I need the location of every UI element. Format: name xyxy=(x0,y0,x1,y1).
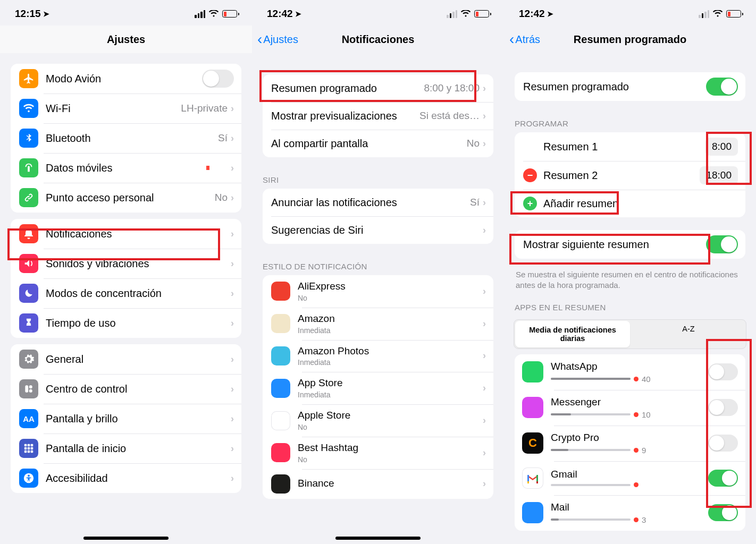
show-next-row[interactable]: Mostrar siguiente resumen xyxy=(515,230,745,259)
add-summary-row[interactable]: +Añadir resumen xyxy=(515,190,745,217)
app-name: AliExpress xyxy=(298,280,483,293)
battery-icon xyxy=(726,10,743,18)
app-notification-row[interactable]: App Store Inmediata › xyxy=(263,372,493,404)
seg-avg[interactable]: Media de notificaciones diarias xyxy=(515,321,630,347)
row-label: Centro de control xyxy=(46,382,231,395)
app-notification-row[interactable]: Amazon Inmediata › xyxy=(263,308,493,340)
summary-app-row[interactable]: WhatsApp 40 xyxy=(515,354,745,390)
chevron-right-icon: › xyxy=(231,354,234,365)
status-bar: 12:15 ➤ xyxy=(0,0,252,26)
row-label: Al compartir pantalla xyxy=(271,137,467,150)
row-value: Sí xyxy=(470,197,480,208)
main-toggle-row[interactable]: Resumen programado xyxy=(515,72,745,101)
row-label: Accesibilidad xyxy=(46,472,231,484)
app-notification-row[interactable]: Apple Store No › xyxy=(263,404,493,437)
plus-icon: + xyxy=(523,197,537,210)
summary-toggle[interactable] xyxy=(706,78,738,96)
app-toggle[interactable] xyxy=(708,399,738,416)
app-count: 40 xyxy=(642,375,651,384)
row-label: Modos de concentración xyxy=(46,287,231,300)
settings-row[interactable]: Punto acceso personalNo› xyxy=(11,183,241,212)
settings-row[interactable]: Modos de concentración› xyxy=(11,278,241,308)
row-label: Resumen programado xyxy=(271,82,424,95)
svg-rect-7 xyxy=(28,447,30,450)
chevron-right-icon: › xyxy=(231,103,234,114)
wifi-icon xyxy=(460,10,471,18)
chevron-right-icon: › xyxy=(483,83,486,94)
row-label: Wi-Fi xyxy=(46,102,181,115)
app-toggle[interactable] xyxy=(708,470,738,487)
summary-app-row[interactable]: Mail 3 xyxy=(515,495,745,531)
settings-row[interactable]: Pantalla de inicio› xyxy=(11,434,241,463)
link-icon xyxy=(19,188,38,207)
nav-bar: Ajustes xyxy=(0,26,252,53)
settings-row[interactable]: Modo Avión xyxy=(11,64,241,94)
schedule-row[interactable]: Resumen 1 8:00 xyxy=(515,132,745,161)
row-value: No xyxy=(467,138,480,149)
sound-icon xyxy=(19,254,38,273)
settings-row[interactable]: Sugerencias de Siri› xyxy=(263,216,493,244)
app-notification-row[interactable]: Amazon Photos Inmediata › xyxy=(263,340,493,372)
chevron-right-icon: › xyxy=(483,382,486,394)
settings-row[interactable]: Al compartir pantallaNo› xyxy=(263,130,493,157)
svg-rect-8 xyxy=(31,447,33,450)
settings-row[interactable]: Centro de control› xyxy=(11,374,241,404)
nav-bar: ‹Atrás Resumen programado xyxy=(504,26,756,53)
chevron-right-icon: › xyxy=(231,258,234,269)
app-toggle[interactable] xyxy=(708,435,738,452)
summary-app-row[interactable]: Gmail xyxy=(515,461,745,495)
chevron-right-icon: › xyxy=(231,384,234,395)
app-notification-row[interactable]: Binance › xyxy=(263,469,493,499)
chevron-right-icon: › xyxy=(483,225,486,236)
settings-row[interactable]: Datos móviles› xyxy=(11,153,241,183)
settings-row[interactable]: Accesibilidad› xyxy=(11,463,241,493)
summary-app-row[interactable]: Messenger 10 xyxy=(515,390,745,426)
app-icon: C xyxy=(522,432,543,454)
back-button[interactable]: ‹Atrás xyxy=(509,32,540,47)
settings-row[interactable]: Tiempo de uso› xyxy=(11,308,241,338)
app-bar: 40 xyxy=(551,375,708,384)
delete-icon[interactable]: − xyxy=(523,168,537,182)
app-toggle[interactable] xyxy=(708,504,738,521)
chevron-right-icon: › xyxy=(231,192,234,203)
chevron-left-icon: ‹ xyxy=(509,32,514,47)
settings-row[interactable]: General› xyxy=(11,344,241,374)
settings-row[interactable]: AAPantalla y brillo› xyxy=(11,404,241,434)
settings-row[interactable]: Sonidos y vibraciones› xyxy=(11,249,241,278)
location-icon: ➤ xyxy=(295,10,301,18)
row-value: 8:00 y 18:00 xyxy=(424,82,480,94)
app-name: Best Hashtag xyxy=(298,442,483,454)
show-next-toggle[interactable] xyxy=(706,235,738,253)
app-name: Binance xyxy=(298,478,483,490)
segment-control[interactable]: Media de notificaciones diarias A-Z xyxy=(514,319,746,349)
chevron-right-icon: › xyxy=(231,288,234,299)
row-label: Pantalla y brillo xyxy=(46,412,231,425)
app-icon xyxy=(271,314,290,333)
chevron-right-icon: › xyxy=(483,447,486,458)
time-chip[interactable]: 8:00 xyxy=(705,138,738,156)
app-name: Crypto Pro xyxy=(551,432,708,444)
settings-row[interactable]: Resumen programado8:00 y 18:00› xyxy=(263,74,493,102)
time-chip[interactable]: 18:00 xyxy=(700,166,738,184)
schedule-row[interactable]: −Resumen 2 18:00 xyxy=(515,161,745,190)
app-sub: Inmediata xyxy=(298,390,483,399)
app-toggle[interactable] xyxy=(708,363,738,380)
seg-az[interactable]: A-Z xyxy=(631,320,746,348)
summary-app-row[interactable]: C Crypto Pro 9 xyxy=(515,426,745,461)
page-title: Ajustes xyxy=(107,33,145,46)
settings-row[interactable]: Mostrar previsualizacionesSi está des…› xyxy=(263,102,493,130)
app-notification-row[interactable]: AliExpress No › xyxy=(263,275,493,308)
wifi-icon xyxy=(19,99,38,118)
settings-row[interactable]: BluetoothSí› xyxy=(11,123,241,153)
settings-row[interactable]: Notificaciones› xyxy=(11,219,241,249)
settings-row[interactable]: Anunciar las notificacionesSí› xyxy=(263,189,493,216)
chevron-right-icon: › xyxy=(483,318,486,329)
back-button[interactable]: ‹Ajustes xyxy=(257,32,298,47)
app-notification-row[interactable]: Best Hashtag No › xyxy=(263,437,493,469)
row-toggle[interactable] xyxy=(202,70,234,88)
svg-rect-2 xyxy=(29,389,32,393)
status-bar: 12:42 ➤ xyxy=(252,0,504,26)
svg-rect-0 xyxy=(25,385,28,392)
chevron-right-icon: › xyxy=(483,350,486,361)
settings-row[interactable]: Wi-FiLH-private› xyxy=(11,94,241,123)
